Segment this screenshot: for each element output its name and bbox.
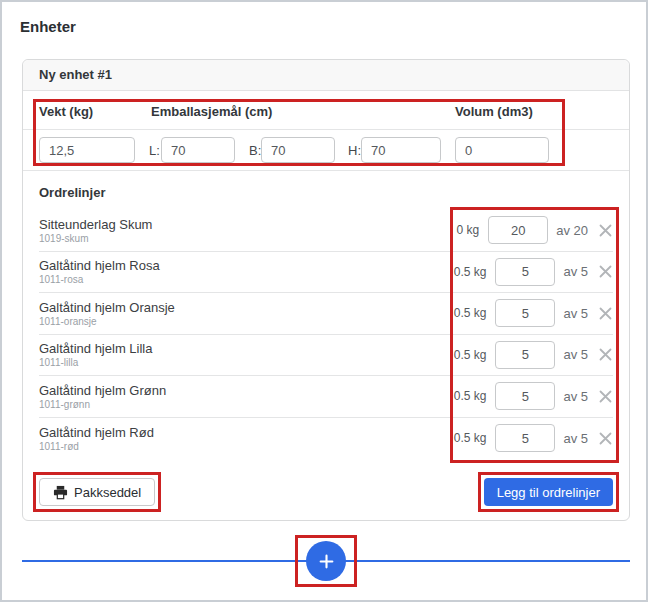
enheter-panel: Enheter Ny enhet #1 Vekt (kg) Emballasje…: [0, 0, 648, 602]
weight-input[interactable]: [39, 137, 135, 163]
page-title: Enheter: [20, 18, 76, 35]
orderline-quantity-input[interactable]: [495, 424, 555, 452]
orderlines-title: Ordrelinjer: [23, 171, 629, 210]
close-icon[interactable]: [598, 389, 613, 404]
orderline-info: Galtåtind hjelm Lilla 1011-lilla: [39, 341, 152, 368]
length-label: L:: [149, 143, 160, 158]
field-inputs-row: L: B: H:: [23, 130, 629, 171]
orderline-quantity-input[interactable]: [495, 382, 555, 410]
packslip-button[interactable]: Pakkseddel: [39, 478, 155, 506]
unit-card-header: Ny enhet #1: [23, 60, 629, 91]
orderline-row: Galtåtind hjelm Lilla 1011-lilla 0.5 kg …: [39, 335, 613, 377]
close-icon[interactable]: [598, 347, 613, 362]
orderline-available: av 5: [563, 389, 588, 404]
orderline-controls: 0.5 kg av 5: [454, 341, 613, 369]
orderline-controls: 0.5 kg av 5: [454, 258, 613, 286]
orderline-available: av 20: [556, 223, 588, 238]
width-label: B:: [249, 143, 261, 158]
orderline-info: Galtåtind hjelm Rød 1011-rød: [39, 425, 154, 452]
printer-icon: [53, 485, 68, 500]
close-icon[interactable]: [598, 306, 613, 321]
orderline-code: 1019-skum: [39, 233, 152, 244]
orderline-weight: 0.5 kg: [454, 431, 487, 445]
orderline-name: Galtåtind hjelm Rød: [39, 425, 154, 440]
orderline-row: Galtåtind hjelm Rød 1011-rød 0.5 kg av 5: [39, 418, 613, 460]
orderline-code: 1011-lilla: [39, 357, 152, 368]
orderline-name: Sitteunderlag Skum: [39, 217, 152, 232]
orderline-name: Galtåtind hjelm Rosa: [39, 258, 160, 273]
orderline-info: Sitteunderlag Skum 1019-skum: [39, 217, 152, 244]
field-labels-row: Vekt (kg) Emballasjemål (cm) Volum (dm3): [23, 91, 629, 130]
orderline-code: 1011-oransje: [39, 316, 175, 327]
orderline-weight: 0 kg: [457, 223, 480, 237]
close-icon[interactable]: [598, 264, 613, 279]
orderline-row: Galtåtind hjelm Oransje 1011-oransje 0.5…: [39, 293, 613, 335]
volume-label: Volum (dm3): [455, 104, 533, 119]
weight-label: Vekt (kg): [39, 104, 93, 119]
orderline-name: Galtåtind hjelm Oransje: [39, 300, 175, 315]
orderline-available: av 5: [563, 264, 588, 279]
plus-icon: [318, 553, 335, 570]
unit-card: Ny enhet #1 Vekt (kg) Emballasjemål (cm)…: [22, 59, 630, 521]
orderline-controls: 0.5 kg av 5: [454, 299, 613, 327]
orderline-quantity-input[interactable]: [495, 258, 555, 286]
orderline-info: Galtåtind hjelm Rosa 1011-rosa: [39, 258, 160, 285]
width-input[interactable]: [261, 137, 335, 163]
add-orderlines-button-label: Legg til ordrelinjer: [497, 485, 600, 500]
orderline-weight: 0.5 kg: [454, 389, 487, 403]
orderline-available: av 5: [563, 347, 588, 362]
orderline-controls: 0.5 kg av 5: [454, 424, 613, 452]
close-icon[interactable]: [598, 431, 613, 446]
dimensions-label: Emballasjemål (cm): [151, 104, 272, 119]
close-icon[interactable]: [598, 223, 613, 238]
volume-input[interactable]: [455, 137, 549, 163]
orderline-available: av 5: [563, 431, 588, 446]
orderline-weight: 0.5 kg: [454, 348, 487, 362]
height-input[interactable]: [361, 137, 441, 163]
add-unit-strip: [22, 541, 630, 581]
orderline-code: 1011-rosa: [39, 274, 160, 285]
orderline-info: Galtåtind hjelm Grønn 1011-grønn: [39, 383, 166, 410]
add-unit-button[interactable]: [306, 541, 346, 581]
packslip-button-label: Pakkseddel: [74, 485, 141, 500]
orderline-row: Sitteunderlag Skum 1019-skum 0 kg av 20: [39, 210, 613, 252]
orderline-weight: 0.5 kg: [454, 265, 487, 279]
orderline-name: Galtåtind hjelm Grønn: [39, 383, 166, 398]
orderline-controls: 0.5 kg av 5: [454, 382, 613, 410]
orderline-row: Galtåtind hjelm Grønn 1011-grønn 0.5 kg …: [39, 376, 613, 418]
orderline-row: Galtåtind hjelm Rosa 1011-rosa 0.5 kg av…: [39, 252, 613, 294]
orderline-available: av 5: [563, 306, 588, 321]
orderlines-list: Sitteunderlag Skum 1019-skum 0 kg av 20: [39, 210, 613, 459]
orderline-quantity-input[interactable]: [495, 299, 555, 327]
orderline-info: Galtåtind hjelm Oransje 1011-oransje: [39, 300, 175, 327]
orderline-quantity-input[interactable]: [495, 341, 555, 369]
orderline-code: 1011-rød: [39, 441, 154, 452]
add-orderlines-button[interactable]: Legg til ordrelinjer: [484, 478, 613, 506]
height-label: H:: [348, 143, 361, 158]
card-footer: Pakkseddel Legg til ordrelinjer: [39, 478, 613, 506]
unit-fields-section: Vekt (kg) Emballasjemål (cm) Volum (dm3)…: [23, 91, 629, 171]
orderline-quantity-input[interactable]: [488, 216, 548, 244]
orderline-weight: 0.5 kg: [454, 306, 487, 320]
orderline-code: 1011-grønn: [39, 399, 166, 410]
orderline-controls: 0 kg av 20: [457, 216, 614, 244]
orderline-name: Galtåtind hjelm Lilla: [39, 341, 152, 356]
length-input[interactable]: [161, 137, 235, 163]
